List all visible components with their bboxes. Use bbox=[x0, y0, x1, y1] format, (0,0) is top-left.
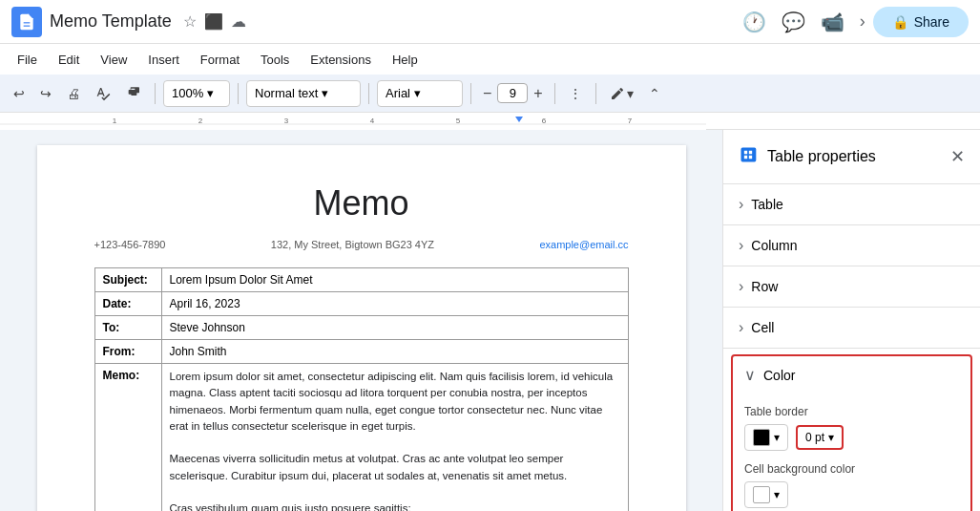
menu-extensions[interactable]: Extensions bbox=[301, 49, 381, 71]
bg-color-label: Cell background color bbox=[744, 462, 959, 476]
row-chevron-right-icon: › bbox=[739, 278, 743, 295]
increase-font-button[interactable]: + bbox=[530, 83, 546, 104]
style-chevron-icon: ▾ bbox=[322, 86, 328, 100]
memo-body-cell: Lorem ipsum dolor sit amet, consectetur … bbox=[161, 364, 628, 512]
border-size-value: 0 pt bbox=[805, 431, 824, 444]
toolbar: ↩ ↪ 🖨 100% ▾ Normal text ▾ Arial ▾ − + ⋮… bbox=[0, 75, 980, 113]
panel-title: Table properties bbox=[767, 148, 876, 165]
cell-section: › Cell bbox=[723, 308, 980, 349]
svg-text:7: 7 bbox=[628, 117, 633, 125]
history-icon[interactable]: 🕐 bbox=[742, 11, 766, 33]
menu-format[interactable]: Format bbox=[191, 49, 249, 71]
undo-button[interactable]: ↩ bbox=[8, 82, 31, 105]
bg-color-swatch bbox=[753, 486, 770, 503]
cell-section-header[interactable]: › Cell bbox=[723, 308, 980, 348]
table-row: From: John Smith bbox=[94, 340, 628, 364]
title-icons: ☆ ⬛ ☁ bbox=[183, 12, 246, 31]
border-color-button[interactable]: ▾ bbox=[744, 424, 788, 451]
date-label: Date: bbox=[94, 292, 161, 316]
menu-bar: File Edit View Insert Format Tools Exten… bbox=[0, 44, 980, 75]
menu-help[interactable]: Help bbox=[383, 49, 427, 71]
share-button[interactable]: 🔒 Share bbox=[873, 7, 969, 37]
table-row: Subject: Lorem Ipsum Dolor Sit Amet bbox=[94, 268, 628, 292]
border-size-dropdown[interactable]: 0 pt ▾ bbox=[796, 425, 844, 450]
svg-rect-2 bbox=[0, 113, 706, 130]
row-section-header[interactable]: › Row bbox=[723, 266, 980, 307]
table-row: To: Steve Johnson bbox=[94, 316, 628, 340]
column-section: › Column bbox=[723, 225, 980, 266]
edit-pencil-button[interactable]: ▾ bbox=[604, 82, 639, 105]
table-section-header[interactable]: › Table bbox=[723, 184, 980, 224]
border-controls: ▾ 0 pt ▾ bbox=[744, 424, 959, 451]
redo-button[interactable]: ↪ bbox=[34, 82, 57, 105]
main-content: Memo +123-456-7890 132, My Street, Bigto… bbox=[0, 130, 980, 511]
memo-title: Memo bbox=[94, 183, 629, 224]
paint-format-button[interactable] bbox=[120, 82, 147, 105]
document-title: Memo Template bbox=[50, 11, 172, 32]
column-section-label: Column bbox=[751, 238, 797, 253]
menu-tools[interactable]: Tools bbox=[251, 49, 299, 71]
table-row: Date: April 16, 2023 bbox=[94, 292, 628, 316]
border-label: Table border bbox=[744, 405, 959, 418]
row-section-label: Row bbox=[751, 279, 778, 294]
font-dropdown[interactable]: Arial ▾ bbox=[377, 80, 463, 107]
color-section-header[interactable]: ∨ Color bbox=[733, 356, 970, 394]
zoom-dropdown[interactable]: 100% ▾ bbox=[163, 80, 230, 107]
menu-file[interactable]: File bbox=[8, 49, 47, 71]
color-chevron-down-icon: ∨ bbox=[744, 366, 756, 384]
font-size-input[interactable] bbox=[497, 83, 528, 103]
svg-text:3: 3 bbox=[284, 117, 289, 125]
app-icon bbox=[11, 7, 42, 37]
table-chevron-right-icon: › bbox=[739, 196, 743, 213]
table-section: › Table bbox=[723, 184, 980, 225]
drive-icon[interactable]: ⬛ bbox=[204, 12, 223, 31]
font-size-area: − + bbox=[479, 83, 547, 104]
contact-address: 132, My Street, Bigtown BG23 4YZ bbox=[271, 239, 434, 250]
memo-label: Memo: bbox=[94, 364, 161, 512]
border-color-swatch bbox=[753, 429, 770, 446]
spellcheck-button[interactable] bbox=[90, 82, 116, 105]
table-row: Memo: Lorem ipsum dolor sit amet, consec… bbox=[94, 364, 628, 512]
memo-body: Lorem ipsum dolor sit amet, consectetur … bbox=[170, 369, 620, 511]
meet-icon[interactable]: 📹 bbox=[821, 11, 844, 33]
document-area: Memo +123-456-7890 132, My Street, Bigto… bbox=[0, 130, 722, 511]
more-options-button[interactable]: ⋮ bbox=[563, 82, 588, 105]
star-icon[interactable]: ☆ bbox=[183, 12, 197, 31]
panel-header: Table properties ✕ bbox=[723, 130, 980, 184]
from-value: John Smith bbox=[161, 340, 628, 364]
table-properties-panel: Table properties ✕ › Table › Column › Ro… bbox=[722, 130, 980, 511]
to-label: To: bbox=[94, 316, 161, 340]
memo-table: Subject: Lorem Ipsum Dolor Sit Amet Date… bbox=[94, 267, 629, 511]
to-value: Steve Johnson bbox=[161, 316, 628, 340]
panel-close-button[interactable]: ✕ bbox=[950, 146, 965, 167]
row-section: › Row bbox=[723, 266, 980, 308]
menu-insert[interactable]: Insert bbox=[138, 49, 189, 71]
border-color-chevron-icon: ▾ bbox=[774, 431, 780, 444]
color-content: Table border ▾ 0 pt ▾ Cell background co… bbox=[733, 405, 970, 511]
comment-icon[interactable]: 💬 bbox=[782, 11, 805, 33]
svg-text:6: 6 bbox=[542, 117, 547, 125]
ruler: 1 2 3 4 5 6 7 bbox=[0, 113, 980, 130]
font-chevron-icon: ▾ bbox=[414, 86, 421, 100]
menu-edit[interactable]: Edit bbox=[49, 49, 89, 71]
table-icon bbox=[739, 145, 758, 168]
menu-view[interactable]: View bbox=[91, 49, 136, 71]
collapse-toolbar-button[interactable]: ⌃ bbox=[643, 82, 666, 105]
pencil-chevron-icon: ▾ bbox=[627, 86, 634, 101]
zoom-chevron-icon: ▾ bbox=[207, 86, 214, 100]
contact-email: example@email.cc bbox=[539, 239, 628, 250]
contact-phone: +123-456-7890 bbox=[94, 239, 166, 250]
bg-color-controls: ▾ bbox=[744, 481, 959, 508]
text-style-dropdown[interactable]: Normal text ▾ bbox=[246, 80, 361, 107]
subject-value: Lorem Ipsum Dolor Sit Amet bbox=[161, 268, 628, 292]
top-right-icons: 🕐 💬 📹 › bbox=[742, 11, 865, 33]
svg-text:5: 5 bbox=[456, 117, 461, 125]
decrease-font-button[interactable]: − bbox=[479, 83, 495, 104]
border-size-chevron-icon: ▾ bbox=[828, 431, 834, 444]
date-value: April 16, 2023 bbox=[161, 292, 628, 316]
bg-color-button[interactable]: ▾ bbox=[744, 481, 788, 508]
print-button[interactable]: 🖨 bbox=[61, 82, 86, 105]
lock-icon: 🔒 bbox=[892, 14, 908, 30]
column-section-header[interactable]: › Column bbox=[723, 225, 980, 266]
cloud-icon[interactable]: ☁ bbox=[231, 12, 246, 31]
